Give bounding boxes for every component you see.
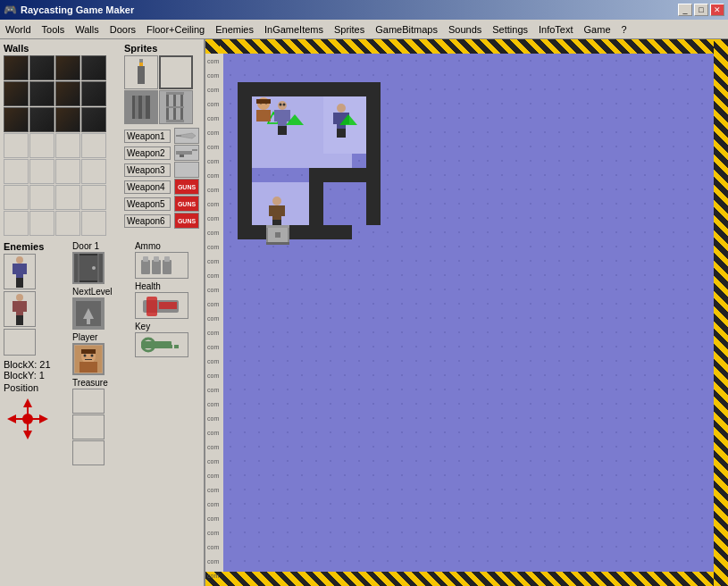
menu-settings[interactable]: Settings bbox=[487, 20, 533, 38]
wall-cell[interactable] bbox=[4, 81, 29, 106]
weapon5-img[interactable]: GUNS bbox=[174, 196, 199, 212]
wall-cell[interactable] bbox=[81, 107, 106, 132]
grid-area[interactable] bbox=[223, 54, 714, 572]
weapon1-img[interactable] bbox=[174, 128, 199, 144]
svg-rect-7 bbox=[132, 119, 150, 122]
menu-enemies[interactable]: Enemies bbox=[210, 20, 259, 38]
wall-cell[interactable] bbox=[81, 211, 106, 236]
maximize-button[interactable]: □ bbox=[694, 4, 708, 16]
ammo-img[interactable] bbox=[135, 252, 188, 279]
bottom-hazard-stripe bbox=[205, 572, 728, 586]
weapon3-label[interactable]: Weapon3 bbox=[124, 163, 171, 177]
row-label-com2: com bbox=[207, 68, 219, 82]
weapon2-img[interactable] bbox=[174, 145, 199, 161]
wall-cell[interactable] bbox=[29, 211, 54, 236]
wall-cell[interactable] bbox=[4, 55, 29, 80]
treasure-cell-2[interactable] bbox=[72, 440, 105, 465]
wall-cell[interactable] bbox=[29, 159, 54, 184]
svg-rect-27 bbox=[13, 301, 17, 312]
weapon2-label[interactable]: Weapon2 bbox=[124, 146, 171, 160]
row-label-com19: com bbox=[207, 311, 219, 325]
wall-cell[interactable] bbox=[55, 211, 80, 236]
wall-cell[interactable] bbox=[29, 133, 54, 158]
svg-rect-13 bbox=[166, 120, 184, 122]
door-img[interactable] bbox=[72, 252, 105, 284]
svg-rect-47 bbox=[87, 319, 90, 324]
weapon3-img[interactable] bbox=[174, 162, 199, 178]
menu-tools[interactable]: Tools bbox=[37, 20, 71, 38]
map-enemy-3[interactable] bbox=[266, 197, 291, 229]
svg-rect-79 bbox=[256, 110, 271, 121]
map-area[interactable]: com com com com com com com com com com … bbox=[205, 39, 728, 586]
player-img[interactable] bbox=[72, 343, 105, 375]
wall-cell[interactable] bbox=[4, 211, 29, 236]
weapon4-label[interactable]: Weapon4 bbox=[124, 180, 171, 194]
treasure-label: Treasure bbox=[72, 378, 131, 388]
position-compass[interactable] bbox=[4, 395, 52, 443]
enemy-cell-2[interactable] bbox=[4, 329, 36, 356]
wall-top bbox=[238, 82, 381, 96]
weapon5-label[interactable]: Weapon5 bbox=[124, 197, 171, 211]
weapon6-img[interactable]: GUNS bbox=[174, 213, 199, 229]
treasure-cell-1[interactable] bbox=[72, 414, 105, 440]
wall-cell[interactable] bbox=[81, 185, 106, 210]
wall-cell[interactable] bbox=[29, 185, 54, 210]
menubar: World Tools Walls Doors Floor+Ceiling En… bbox=[0, 20, 728, 39]
wall-cell[interactable] bbox=[4, 185, 29, 210]
menu-floor-ceiling[interactable]: Floor+Ceiling bbox=[141, 20, 210, 38]
treasure-cell-0[interactable] bbox=[72, 389, 105, 414]
minimize-button[interactable]: _ bbox=[678, 4, 692, 16]
menu-help[interactable]: ? bbox=[616, 20, 632, 38]
wall-cell[interactable] bbox=[29, 107, 54, 132]
menu-game[interactable]: Game bbox=[579, 20, 616, 38]
row-label-com16: com bbox=[207, 268, 219, 282]
wall-cell[interactable] bbox=[4, 133, 29, 158]
menu-infotext[interactable]: InfoText bbox=[533, 20, 579, 38]
health-img[interactable] bbox=[135, 292, 188, 319]
wall-cell[interactable] bbox=[29, 81, 54, 106]
wall-cell[interactable] bbox=[55, 185, 80, 210]
map-item-box[interactable] bbox=[266, 225, 291, 247]
menu-world[interactable]: World bbox=[0, 20, 37, 38]
close-button[interactable]: ✕ bbox=[710, 4, 724, 16]
wall-cell[interactable] bbox=[81, 133, 106, 158]
wall-cell[interactable] bbox=[55, 55, 80, 80]
enemy-cell-0[interactable] bbox=[4, 254, 36, 289]
svg-marker-31 bbox=[23, 398, 32, 407]
wall-cell[interactable] bbox=[81, 55, 106, 80]
menu-sounds[interactable]: Sounds bbox=[443, 20, 487, 38]
menu-gamebitmaps[interactable]: GameBitmaps bbox=[370, 20, 443, 38]
weapon4-img[interactable]: GUNS bbox=[174, 179, 199, 195]
svg-rect-17 bbox=[192, 149, 197, 151]
map-arrow-2 bbox=[339, 114, 357, 127]
menu-walls[interactable]: Walls bbox=[70, 20, 104, 38]
menu-sprites[interactable]: Sprites bbox=[329, 20, 370, 38]
wall-cell[interactable] bbox=[4, 159, 29, 184]
svg-marker-32 bbox=[23, 431, 32, 440]
weapon6-label[interactable]: Weapon6 bbox=[124, 214, 171, 228]
sprite-cell-1[interactable] bbox=[159, 55, 193, 89]
wall-cell[interactable] bbox=[4, 107, 29, 132]
row-label-com22: com bbox=[207, 354, 219, 368]
knife-icon bbox=[176, 131, 197, 140]
wall-cell[interactable] bbox=[29, 55, 54, 80]
wall-cell[interactable] bbox=[55, 107, 80, 132]
weapon1-label[interactable]: Weapon1 bbox=[124, 130, 171, 143]
menu-ingameitems[interactable]: InGameItems bbox=[259, 20, 329, 38]
menu-doors[interactable]: Doors bbox=[105, 20, 141, 38]
nextlevel-img[interactable] bbox=[72, 297, 105, 330]
map-player[interactable] bbox=[252, 96, 277, 121]
svg-rect-15 bbox=[176, 135, 181, 137]
door-label: Door 1 bbox=[72, 241, 131, 251]
position-label: Position bbox=[4, 382, 69, 393]
wall-cell[interactable] bbox=[81, 159, 106, 184]
wall-cell[interactable] bbox=[55, 133, 80, 158]
enemy-cell-1[interactable] bbox=[4, 291, 36, 327]
wall-cell[interactable] bbox=[81, 81, 106, 106]
sprite-cell-2[interactable] bbox=[124, 90, 158, 124]
sprite-cell-0[interactable] bbox=[124, 55, 158, 89]
wall-cell[interactable] bbox=[55, 159, 80, 184]
wall-cell[interactable] bbox=[55, 81, 80, 106]
key-img[interactable] bbox=[135, 332, 188, 357]
sprite-cell-3[interactable] bbox=[159, 90, 193, 124]
